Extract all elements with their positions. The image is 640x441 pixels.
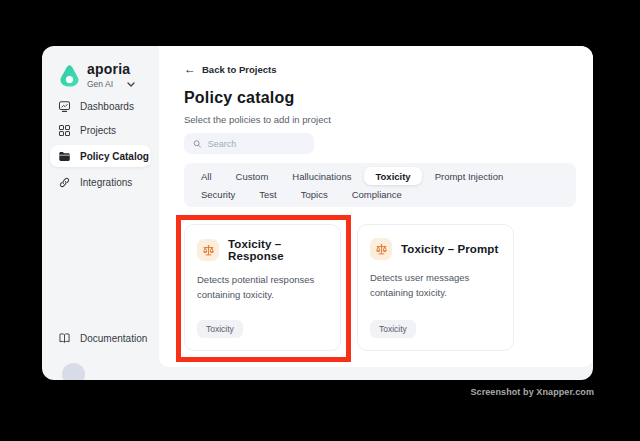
back-link-label: Back to Projects — [202, 64, 276, 75]
tab-hallucinations[interactable]: Hallucinations — [281, 167, 362, 185]
chevron-down-icon[interactable] — [127, 82, 135, 87]
tab-topics[interactable]: Topics — [290, 185, 339, 203]
link-icon — [58, 176, 71, 189]
sidebar-item-dashboards[interactable]: Dashboards — [50, 95, 151, 117]
back-to-projects-link[interactable]: ← Back to Projects — [184, 63, 276, 75]
tab-compliance[interactable]: Compliance — [341, 185, 413, 203]
sidebar-item-label: Dashboards — [80, 101, 134, 112]
tab-test[interactable]: Test — [248, 185, 287, 203]
main-content: ← Back to Projects Policy catalog Select… — [159, 46, 593, 367]
tab-all[interactable]: All — [190, 167, 223, 185]
search-box[interactable] — [184, 133, 314, 154]
app-window: aporia Gen AI Dashboards — [42, 46, 593, 380]
grid-icon — [58, 124, 71, 137]
search-icon — [193, 139, 202, 149]
search-input[interactable] — [208, 139, 305, 149]
policy-card-tag: Toxicity — [197, 320, 243, 338]
sidebar-item-label: Integrations — [80, 177, 132, 188]
policy-card-title: Toxicity – Response — [228, 238, 328, 262]
brand-block[interactable]: aporia Gen AI — [59, 62, 135, 89]
aporia-logo-icon — [59, 64, 80, 88]
page-subtitle: Select the policies to add in project — [184, 114, 331, 125]
tab-prompt-injection[interactable]: Prompt Injection — [424, 167, 515, 185]
page-background: aporia Gen AI Dashboards — [0, 0, 640, 441]
workspace-name: Gen AI — [87, 79, 113, 89]
policy-card-toxicity-response[interactable]: Toxicity – Response Detects potential re… — [184, 224, 341, 351]
avatar[interactable] — [62, 363, 85, 380]
tab-toxicity[interactable]: Toxicity — [364, 167, 421, 185]
back-arrow-icon: ← — [184, 63, 196, 75]
sidebar: aporia Gen AI Dashboards — [42, 46, 159, 380]
tab-security[interactable]: Security — [190, 185, 246, 203]
sidebar-item-policy-catalog[interactable]: Policy Catalog — [50, 145, 151, 167]
policy-card-tag: Toxicity — [370, 320, 416, 338]
policy-card-title: Toxicity – Prompt — [401, 243, 498, 255]
tab-custom[interactable]: Custom — [225, 167, 280, 185]
policy-card-toxicity-prompt[interactable]: Toxicity – Prompt Detects user messages … — [357, 224, 514, 351]
sidebar-item-label: Policy Catalog — [80, 151, 149, 162]
page-title: Policy catalog — [184, 89, 294, 107]
sidebar-item-label: Projects — [80, 125, 116, 136]
folder-icon — [58, 150, 71, 163]
sidebar-item-label: Documentation — [80, 333, 147, 344]
policy-card-description: Detects user messages containing toxicit… — [370, 271, 510, 300]
sidebar-item-integrations[interactable]: Integrations — [50, 171, 151, 193]
sidebar-item-projects[interactable]: Projects — [50, 119, 151, 141]
sidebar-item-documentation[interactable]: Documentation — [50, 327, 151, 349]
dashboard-icon — [58, 100, 71, 113]
scales-icon — [197, 239, 219, 261]
watermark: Screenshot by Xnapper.com — [470, 387, 594, 397]
policy-card-description: Detects potential responses containing t… — [197, 273, 337, 302]
book-icon — [58, 332, 71, 345]
scales-icon — [370, 238, 392, 260]
category-tabs: All Custom Hallucinations Toxicity Promp… — [184, 163, 576, 207]
brand-name: aporia — [87, 62, 135, 77]
